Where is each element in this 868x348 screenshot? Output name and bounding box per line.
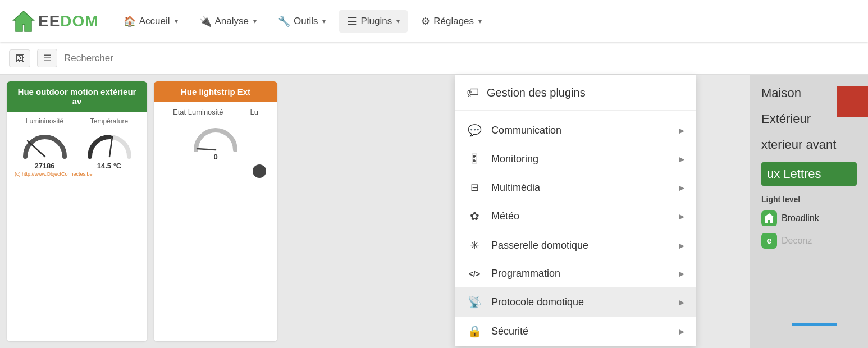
dropdown-item-multimedia[interactable]: ⊟ Multimédia ▶ bbox=[455, 173, 696, 202]
card-hue-motion: Hue outdoor motion extérieur av Luminino… bbox=[7, 81, 147, 341]
nav-analyse-label: Analyse bbox=[215, 16, 249, 27]
caret-outils: ▾ bbox=[322, 17, 326, 25]
meteo-label: Météo bbox=[491, 210, 519, 222]
caret-plugins: ▾ bbox=[396, 17, 400, 25]
nav-plugins[interactable]: ☰ Plugins ▾ bbox=[339, 10, 408, 33]
light-level-label: Light level bbox=[761, 195, 857, 204]
passerelle-label: Passerelle domotique bbox=[491, 240, 588, 251]
card2-body: Etat Luminosité Lu 0 bbox=[154, 102, 277, 184]
dropdown-header-label: Gestion des plugins bbox=[487, 86, 586, 99]
monitoring-left: 🎛 Monitoring bbox=[467, 153, 538, 166]
caret-accueil: ▾ bbox=[175, 17, 178, 25]
reglages-icon: ⚙ bbox=[421, 15, 430, 28]
nav-outils[interactable]: 🔧 Outils ▾ bbox=[270, 11, 334, 32]
card1-gauges: 27186 14.5 °C bbox=[12, 129, 141, 170]
caret-analyse: ▾ bbox=[253, 17, 257, 25]
card2-metric2: Lu bbox=[250, 108, 258, 116]
gauge-luminosity-value: 27186 bbox=[34, 162, 54, 170]
main-content: Hue outdoor motion extérieur av Luminino… bbox=[0, 75, 868, 348]
dropdown-item-passerelle[interactable]: ✳ Passerelle domotique ▶ bbox=[455, 231, 696, 260]
communication-label: Communication bbox=[491, 125, 561, 136]
card2-gauge-value: 0 bbox=[213, 153, 217, 161]
svg-marker-0 bbox=[13, 11, 34, 31]
dropdown-item-monitoring[interactable]: 🎛 Monitoring ▶ bbox=[455, 145, 696, 173]
search-bar: 🖼 ☰ bbox=[0, 42, 868, 75]
gauge-luminosity: 27186 bbox=[20, 129, 70, 170]
monitoring-icon: 🎛 bbox=[467, 153, 482, 166]
card2-gauge-area: 0 bbox=[159, 122, 272, 161]
card2-gauge-svg bbox=[190, 122, 241, 153]
chevron-securite: ▶ bbox=[679, 327, 684, 336]
broadlink-label: Broadlink bbox=[782, 213, 819, 223]
multimedia-left: ⊟ Multimédia bbox=[467, 181, 540, 194]
nav-reglages-label: Réglages bbox=[433, 16, 474, 27]
outils-icon: 🔧 bbox=[278, 15, 290, 28]
gauge-luminosity-svg bbox=[20, 129, 70, 159]
chevron-communication: ▶ bbox=[679, 126, 684, 135]
panel-exterieur-avant[interactable]: xterieur avant bbox=[761, 135, 857, 154]
securite-label: Sécurité bbox=[491, 326, 528, 337]
logo-text: EEDOM bbox=[38, 12, 99, 30]
dropdown-header-gestion[interactable]: 🏷 Gestion des plugins bbox=[455, 75, 696, 111]
monitoring-label: Monitoring bbox=[491, 153, 538, 165]
nav-plugins-label: Plugins bbox=[360, 16, 392, 27]
plugin-broadlink[interactable]: Broadlink bbox=[761, 210, 857, 226]
divider1 bbox=[455, 113, 696, 113]
plugins-dropdown: 🏷 Gestion des plugins 💬 Communication ▶ … bbox=[455, 75, 696, 346]
chevron-programmation: ▶ bbox=[679, 269, 684, 278]
plugin-deconz[interactable]: e Deconz bbox=[761, 233, 857, 249]
deconz-icon: e bbox=[761, 233, 777, 249]
logo[interactable]: EEDOM bbox=[11, 9, 99, 34]
analyse-icon: 🔌 bbox=[199, 15, 212, 28]
gauge-temperature: 14.5 °C bbox=[84, 129, 135, 170]
nav-analyse[interactable]: 🔌 Analyse ▾ bbox=[191, 11, 264, 32]
broadlink-icon bbox=[761, 210, 777, 226]
card-hue-lightstrip: Hue lightstrip Ext Etat Luminosité Lu 0 bbox=[154, 81, 277, 341]
dropdown-item-programmation[interactable]: </> Programmation ▶ bbox=[455, 260, 696, 287]
nav-reglages[interactable]: ⚙ Réglages ▾ bbox=[413, 11, 490, 32]
chevron-monitoring: ▶ bbox=[679, 155, 684, 163]
wifi-icon: 📡 bbox=[467, 295, 482, 309]
programmation-left: </> Programmation bbox=[467, 268, 560, 280]
panel-aux-lettres[interactable]: ux Lettres bbox=[761, 162, 857, 186]
chevron-multimedia: ▶ bbox=[679, 184, 684, 192]
card2-metric1: Etat Luminosité bbox=[173, 108, 223, 116]
nav-accueil[interactable]: 🏠 Accueil ▾ bbox=[116, 11, 186, 32]
chevron-protocole: ▶ bbox=[679, 298, 684, 306]
search-list-btn[interactable]: ☰ bbox=[37, 49, 57, 67]
search-image-btn[interactable]: 🖼 bbox=[9, 49, 30, 67]
card2-gauge: 0 bbox=[190, 122, 241, 161]
securite-left: 🔒 Sécurité bbox=[467, 324, 528, 338]
dropdown-item-protocole[interactable]: 📡 Protocole domotique ▶ bbox=[455, 287, 696, 317]
card1-metrics: Lumininosité Température bbox=[12, 117, 141, 125]
protocole-label: Protocole domotique bbox=[491, 296, 584, 308]
card1-header: Hue outdoor motion extérieur av bbox=[7, 81, 147, 112]
meteo-icon: ✿ bbox=[467, 209, 482, 223]
card1-metric1: Lumininosité bbox=[26, 117, 63, 125]
navbar: EEDOM 🏠 Accueil ▾ 🔌 Analyse ▾ 🔧 Outils ▾… bbox=[0, 0, 868, 42]
chevron-meteo: ▶ bbox=[679, 212, 684, 221]
search-input[interactable] bbox=[64, 53, 502, 64]
svg-line-1 bbox=[28, 141, 45, 157]
chat-icon: 💬 bbox=[467, 123, 482, 137]
tag-icon: 🏷 bbox=[467, 85, 479, 100]
multimedia-icon: ⊟ bbox=[467, 181, 482, 194]
nav-items: 🏠 Accueil ▾ 🔌 Analyse ▾ 🔧 Outils ▾ ☰ Plu… bbox=[116, 10, 857, 33]
card2-indicator bbox=[159, 164, 272, 178]
dropdown-item-meteo[interactable]: ✿ Météo ▶ bbox=[455, 202, 696, 231]
svg-marker-4 bbox=[764, 213, 774, 223]
nav-outils-label: Outils bbox=[294, 16, 318, 27]
lock-icon: 🔒 bbox=[467, 324, 482, 338]
protocole-left: 📡 Protocole domotique bbox=[467, 295, 584, 309]
passerelle-left: ✳ Passerelle domotique bbox=[467, 239, 588, 252]
cards-container: Hue outdoor motion extérieur av Luminino… bbox=[0, 75, 868, 348]
dropdown-item-securite[interactable]: 🔒 Sécurité ▶ bbox=[455, 317, 696, 346]
gauge-temperature-svg bbox=[84, 129, 135, 159]
caret-reglages: ▾ bbox=[478, 17, 482, 25]
card2-header: Hue lightstrip Ext bbox=[154, 81, 277, 102]
logo-icon bbox=[11, 9, 36, 34]
dropdown-item-communication[interactable]: 💬 Communication ▶ bbox=[455, 116, 696, 145]
code-icon: </> bbox=[467, 269, 482, 278]
multimedia-label: Multimédia bbox=[491, 182, 540, 194]
card2-metrics: Etat Luminosité Lu bbox=[159, 108, 272, 116]
